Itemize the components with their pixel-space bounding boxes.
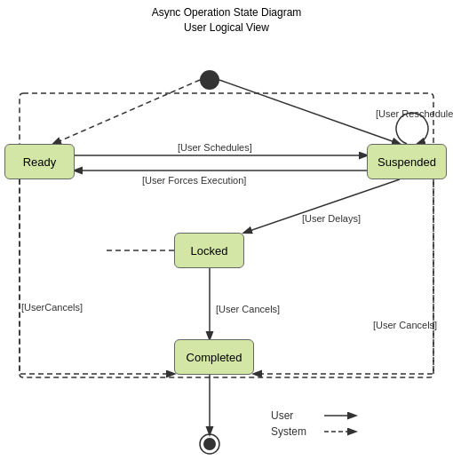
user-schedules-label: [User Schedules] [178,142,252,153]
state-locked: Locked [174,233,244,268]
state-suspended: Suspended [367,144,447,179]
initial-to-ready [53,80,200,144]
suspended-to-completed [254,179,433,374]
user-cancels-ready-label: [UserCancels] [21,302,83,313]
user-cancels-locked-label: [User Cancels] [216,304,280,314]
ready-to-completed [20,179,174,374]
initial-to-suspended [219,80,400,144]
diagram-container: Async Operation State Diagram User Logic… [0,0,453,476]
legend-user-text: User [271,409,293,422]
user-reschedules-label: [User Reschedules] [376,108,453,119]
final-state-inner [203,438,216,450]
initial-state [200,70,219,90]
suspended-to-locked [244,179,400,233]
user-forces-label: [User Forces Execution] [142,175,246,186]
user-cancels-suspended-label: [User Cancels] [373,320,437,330]
state-completed: Completed [174,339,254,375]
user-delays-label: [User Delays] [302,213,361,224]
state-ready: Ready [4,144,75,179]
legend-system-text: System [271,425,306,438]
